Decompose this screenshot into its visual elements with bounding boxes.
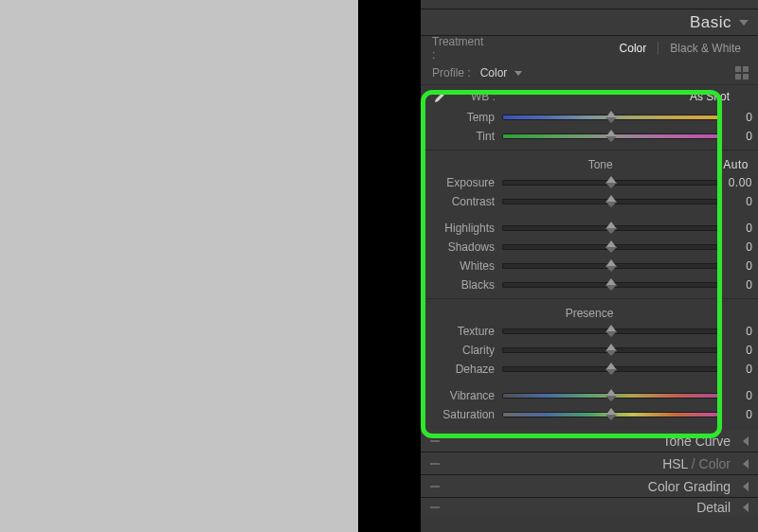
slider-thumb[interactable] [605, 195, 617, 207]
tint-value[interactable]: 0 [720, 130, 752, 143]
develop-panel: Basic Treatment : Color Black & White Pr… [421, 0, 758, 532]
section-header-basic[interactable]: Basic [421, 9, 758, 36]
texture-value[interactable]: 0 [720, 325, 752, 338]
blacks-value[interactable]: 0 [720, 278, 752, 292]
whites-label: Whites [421, 259, 502, 273]
chevron-left-icon [738, 482, 749, 491]
section-title: Tone Curve [662, 434, 731, 449]
vibrance-slider[interactable] [502, 393, 720, 399]
chevron-down-icon [514, 71, 522, 76]
profile-row: Profile : Color [421, 61, 758, 85]
saturation-label: Saturation [421, 408, 502, 421]
vibrance-value[interactable]: 0 [720, 389, 752, 402]
temp-label: Temp [421, 111, 502, 124]
tone-title: Tone [478, 158, 723, 171]
highlights-slider-row: Highlights 0 [421, 219, 758, 238]
saturation-slider[interactable] [502, 412, 720, 417]
exposure-slider[interactable] [502, 180, 720, 186]
texture-slider[interactable] [502, 328, 720, 334]
highlights-value[interactable]: 0 [720, 222, 752, 235]
panel-gutter [358, 0, 421, 532]
slider-thumb[interactable] [605, 278, 617, 291]
contrast-slider[interactable] [502, 199, 720, 204]
slider-thumb[interactable] [605, 325, 617, 337]
tint-label: Tint [421, 130, 502, 143]
dehaze-slider-row: Dehaze 0 [421, 360, 758, 379]
slider-thumb[interactable] [605, 222, 617, 234]
tint-slider-row: Tint 0 [421, 127, 758, 146]
highlights-slider[interactable] [502, 225, 720, 231]
exposure-value[interactable]: 0.00 [720, 176, 752, 189]
clarity-slider[interactable] [502, 347, 720, 353]
wb-row: WB : As Shot [421, 85, 758, 108]
photo-preview-area [0, 0, 358, 532]
shadows-label: Shadows [421, 240, 502, 254]
chevron-down-icon [739, 20, 749, 26]
switch-icon[interactable] [430, 463, 440, 465]
chevron-left-icon [738, 436, 749, 446]
treatment-bw-button[interactable]: Black & White [662, 40, 749, 57]
exposure-label: Exposure [421, 176, 502, 189]
tone-header-row: Tone Auto [421, 154, 758, 173]
blacks-slider-row: Blacks 0 [421, 275, 758, 294]
blacks-label: Blacks [421, 278, 502, 292]
switch-icon[interactable] [430, 506, 440, 508]
profile-browser-icon[interactable] [735, 66, 749, 80]
section-title: Basic [690, 13, 731, 32]
slider-thumb[interactable] [605, 363, 617, 375]
slider-thumb[interactable] [605, 111, 617, 123]
eyedropper-icon[interactable] [432, 88, 449, 105]
slider-thumb[interactable] [605, 130, 617, 142]
saturation-value[interactable]: 0 [720, 408, 752, 421]
divider [658, 42, 659, 55]
clarity-value[interactable]: 0 [720, 344, 752, 357]
slider-thumb[interactable] [605, 389, 617, 401]
panel-top-edge [421, 0, 758, 9]
dehaze-label: Dehaze [421, 363, 502, 376]
chevron-left-icon [738, 503, 749, 512]
treatment-label: Treatment : [432, 35, 489, 62]
divider [421, 298, 758, 299]
slider-thumb[interactable] [605, 176, 617, 188]
section-header-hsl-color[interactable]: HSL / Color [421, 452, 758, 475]
slider-thumb[interactable] [605, 344, 617, 356]
divider [421, 150, 758, 151]
saturation-slider-row: Saturation 0 [421, 405, 758, 424]
dehaze-value[interactable]: 0 [720, 363, 752, 376]
tone-auto-button[interactable]: Auto [723, 158, 749, 171]
contrast-value[interactable]: 0 [720, 195, 752, 208]
highlights-label: Highlights [421, 222, 502, 235]
switch-icon[interactable] [430, 486, 440, 488]
section-header-detail[interactable]: Detail [421, 498, 758, 517]
slider-thumb[interactable] [605, 408, 617, 420]
shadows-slider[interactable] [502, 244, 720, 250]
texture-label: Texture [421, 325, 502, 338]
temp-slider-row: Temp 0 [421, 108, 758, 127]
treatment-color-button[interactable]: Color [612, 40, 655, 57]
profile-label: Profile : [432, 66, 471, 80]
section-title: Color Grading [648, 479, 731, 494]
temp-slider[interactable] [502, 115, 720, 120]
whites-slider[interactable] [502, 263, 720, 269]
wb-preset-dropdown[interactable]: As Shot [690, 90, 730, 103]
section-title: Detail [696, 500, 731, 515]
temp-value[interactable]: 0 [720, 111, 752, 124]
slider-thumb[interactable] [605, 240, 617, 253]
dehaze-slider[interactable] [502, 366, 720, 372]
presence-title: Presence [421, 303, 758, 322]
vibrance-label: Vibrance [421, 389, 502, 402]
shadows-value[interactable]: 0 [720, 240, 752, 254]
section-header-tone-curve[interactable]: Tone Curve [421, 430, 758, 452]
wb-label: WB : [455, 90, 512, 103]
treatment-row: Treatment : Color Black & White [421, 36, 758, 61]
profile-dropdown[interactable]: Color [480, 66, 522, 80]
blacks-slider[interactable] [502, 282, 720, 288]
switch-icon[interactable] [430, 440, 440, 442]
tint-slider[interactable] [502, 133, 720, 139]
whites-value[interactable]: 0 [720, 259, 752, 273]
slider-thumb[interactable] [605, 259, 617, 272]
section-header-color-grading[interactable]: Color Grading [421, 475, 758, 498]
section-title: HSL / Color [662, 456, 731, 471]
vibrance-slider-row: Vibrance 0 [421, 386, 758, 405]
clarity-slider-row: Clarity 0 [421, 341, 758, 360]
